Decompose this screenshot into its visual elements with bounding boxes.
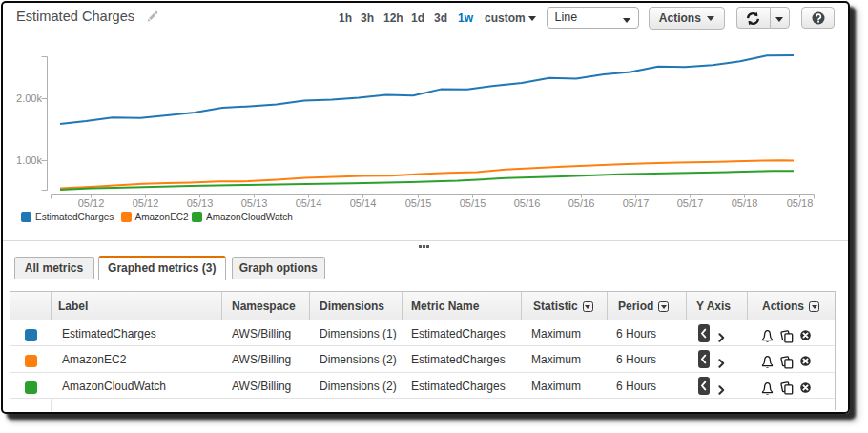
svg-text:05/17: 05/17 [623,197,650,209]
svg-text:05/13: 05/13 [187,197,214,209]
svg-text:05/14: 05/14 [296,197,322,209]
svg-text:05/13: 05/13 [241,197,268,209]
svg-text:05/12: 05/12 [78,197,105,209]
svg-text:05/12: 05/12 [133,197,159,209]
svg-text:05/15: 05/15 [405,197,432,209]
svg-text:05/16: 05/16 [568,197,595,209]
svg-text:05/16: 05/16 [514,197,541,209]
svg-text:2.00k: 2.00k [16,93,42,104]
svg-text:05/15: 05/15 [460,197,486,209]
svg-text:05/14: 05/14 [350,197,377,209]
svg-text:1.00k: 1.00k [16,155,42,166]
svg-text:05/18: 05/18 [787,197,814,209]
svg-text:05/17: 05/17 [677,197,704,209]
svg-text:05/18: 05/18 [732,197,758,209]
